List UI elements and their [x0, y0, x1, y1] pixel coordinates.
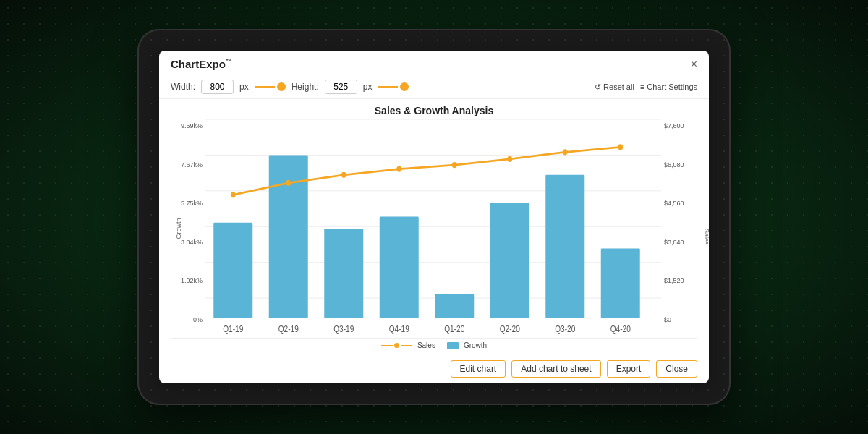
edit-chart-button[interactable]: Edit chart — [451, 360, 506, 378]
svg-rect-10 — [380, 217, 419, 318]
height-slider[interactable] — [378, 82, 409, 91]
svg-text:Q1-20: Q1-20 — [444, 324, 464, 333]
svg-text:Q3-20: Q3-20 — [555, 324, 575, 333]
y-left-4: 1.92k% — [181, 277, 205, 284]
height-px: px — [363, 82, 373, 92]
svg-rect-7 — [213, 223, 252, 318]
svg-point-22 — [618, 144, 623, 150]
legend-area: Sales Growth — [171, 338, 697, 351]
svg-text:Q4-20: Q4-20 — [610, 324, 631, 333]
close-button[interactable]: × — [691, 59, 697, 70]
y-left-2: 5.75k% — [181, 200, 205, 207]
dialog-header: ChartExpo™ × — [159, 51, 709, 75]
svg-rect-8 — [269, 155, 308, 318]
chart-body: Growth 9.59k% 7.67k% 5.75k% 3.84k% 1.92k… — [171, 119, 697, 338]
height-input[interactable] — [325, 80, 357, 94]
settings-label: Chart Settings — [647, 82, 697, 91]
toolbar: Width: px Height: px ↺ Reset all ≡ Chart… — [159, 75, 709, 99]
svg-point-21 — [563, 149, 568, 155]
legend-growth-label: Growth — [464, 341, 487, 349]
legend-sales-label: Sales — [417, 341, 435, 349]
add-chart-button[interactable]: Add chart to sheet — [511, 360, 600, 378]
y-left-5: 0% — [193, 316, 205, 323]
dialog-title: ChartExpo™ — [171, 58, 232, 70]
svg-text:Q2-20: Q2-20 — [500, 324, 520, 333]
y-right-label: Sales — [703, 229, 709, 245]
svg-rect-11 — [435, 294, 474, 318]
svg-rect-13 — [545, 175, 584, 318]
settings-icon: ≡ — [640, 82, 644, 91]
dialog-trademark: ™ — [226, 58, 232, 65]
y-right-1: $6,080 — [661, 161, 684, 169]
chart-svg: Q1-19 Q2-19 Q3-19 Q4-19 Q1-20 Q2-20 Q3-2… — [205, 119, 661, 338]
svg-point-15 — [231, 192, 236, 197]
svg-rect-12 — [490, 203, 529, 318]
svg-rect-14 — [601, 248, 640, 318]
dialog: ChartExpo™ × Width: px Height: px ↺ Res — [159, 51, 709, 383]
width-input[interactable] — [201, 80, 234, 94]
dialog-footer: Edit chart Add chart to sheet Export Clo… — [159, 354, 709, 383]
legend-item-sales: Sales — [381, 341, 435, 349]
svg-point-20 — [507, 156, 512, 162]
dialog-title-text: ChartExpo — [171, 58, 226, 70]
y-left-label: Growth — [175, 218, 182, 239]
height-label: Height: — [292, 82, 319, 92]
svg-text:Q3-19: Q3-19 — [333, 324, 354, 333]
export-button[interactable]: Export — [607, 360, 651, 378]
tablet: ChartExpo™ × Width: px Height: px ↺ Res — [137, 29, 731, 405]
y-right-3: $3,040 — [661, 239, 684, 246]
y-right-2: $4,560 — [661, 200, 684, 207]
reset-icon: ↺ — [595, 82, 601, 92]
close-dialog-button[interactable]: Close — [656, 360, 697, 378]
reset-label: Reset all — [603, 82, 634, 91]
svg-text:Q1-19: Q1-19 — [223, 324, 243, 333]
width-slider[interactable] — [255, 82, 286, 91]
y-left-1: 7.67k% — [181, 161, 205, 169]
y-left-3: 3.84k% — [181, 239, 205, 246]
y-right-4: $1,520 — [661, 277, 684, 284]
svg-point-18 — [396, 166, 401, 172]
y-right-5: $0 — [661, 316, 671, 323]
legend-item-growth: Growth — [447, 341, 487, 349]
chart-title: Sales & Growth Analysis — [171, 105, 697, 116]
width-label: Width: — [171, 82, 195, 92]
width-px: px — [239, 82, 249, 92]
svg-point-17 — [341, 172, 346, 178]
y-left-0: 9.59k% — [181, 122, 205, 129]
y-axis-left: Growth 9.59k% 7.67k% 5.75k% 3.84k% 1.92k… — [171, 119, 205, 338]
svg-text:Q4-19: Q4-19 — [389, 324, 409, 333]
chart-inner: Q1-19 Q2-19 Q3-19 Q4-19 Q1-20 Q2-20 Q3-2… — [205, 119, 661, 338]
y-axis-right: $7,600 $6,080 $4,560 $3,040 $1,520 $0 Sa… — [661, 119, 697, 338]
svg-point-16 — [286, 180, 291, 186]
svg-rect-9 — [324, 229, 363, 318]
chart-area: Sales & Growth Analysis Growth 9.59k% 7.… — [159, 99, 709, 354]
svg-point-19 — [452, 162, 457, 168]
reset-all-button[interactable]: ↺ Reset all — [595, 82, 634, 92]
chart-settings-button[interactable]: ≡ Chart Settings — [640, 82, 697, 91]
svg-text:Q2-19: Q2-19 — [278, 324, 299, 333]
y-right-0: $7,600 — [661, 122, 684, 129]
